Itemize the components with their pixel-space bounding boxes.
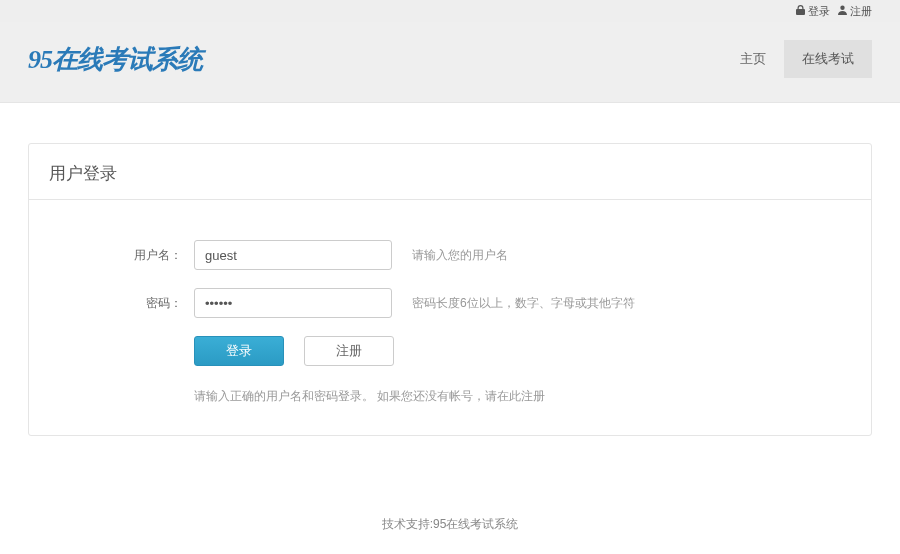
panel-header: 用户登录 — [29, 144, 871, 200]
logo: 95在线考试系统 — [28, 42, 202, 77]
password-hint: 密码长度6位以上，数字、字母或其他字符 — [412, 295, 635, 312]
login-form: 用户名： 请输入您的用户名 密码： 密码长度6位以上，数字、字母或其他字符 登录… — [29, 200, 871, 435]
username-hint: 请输入您的用户名 — [412, 247, 508, 264]
footer: 技术支持:95在线考试系统 — [0, 456, 900, 554]
topbar-register-link[interactable]: 注册 — [838, 4, 872, 19]
username-label: 用户名： — [49, 247, 194, 264]
main-content: 用户登录 用户名： 请输入您的用户名 密码： 密码长度6位以上，数字、字母或其他… — [0, 103, 900, 456]
topbar-login-link[interactable]: 登录 — [796, 4, 830, 19]
header: 95在线考试系统 主页 在线考试 — [0, 22, 900, 103]
login-button[interactable]: 登录 — [194, 336, 284, 366]
topbar-login-label: 登录 — [808, 4, 830, 19]
lock-icon — [796, 5, 805, 17]
topbar-register-label: 注册 — [850, 4, 872, 19]
button-row: 登录 注册 — [194, 336, 851, 366]
username-row: 用户名： 请输入您的用户名 — [49, 240, 851, 270]
username-input[interactable] — [194, 240, 392, 270]
nav-online-exam[interactable]: 在线考试 — [784, 40, 872, 78]
password-label: 密码： — [49, 295, 194, 312]
top-bar: 登录 注册 — [0, 0, 900, 22]
form-help-text: 请输入正确的用户名和密码登录。 如果您还没有帐号，请在此注册 — [194, 388, 851, 405]
password-row: 密码： 密码长度6位以上，数字、字母或其他字符 — [49, 288, 851, 318]
nav-home[interactable]: 主页 — [722, 40, 784, 78]
password-input[interactable] — [194, 288, 392, 318]
user-icon — [838, 5, 847, 17]
register-button[interactable]: 注册 — [304, 336, 394, 366]
panel-title: 用户登录 — [49, 162, 851, 185]
main-nav: 主页 在线考试 — [722, 40, 872, 78]
login-panel: 用户登录 用户名： 请输入您的用户名 密码： 密码长度6位以上，数字、字母或其他… — [28, 143, 872, 436]
